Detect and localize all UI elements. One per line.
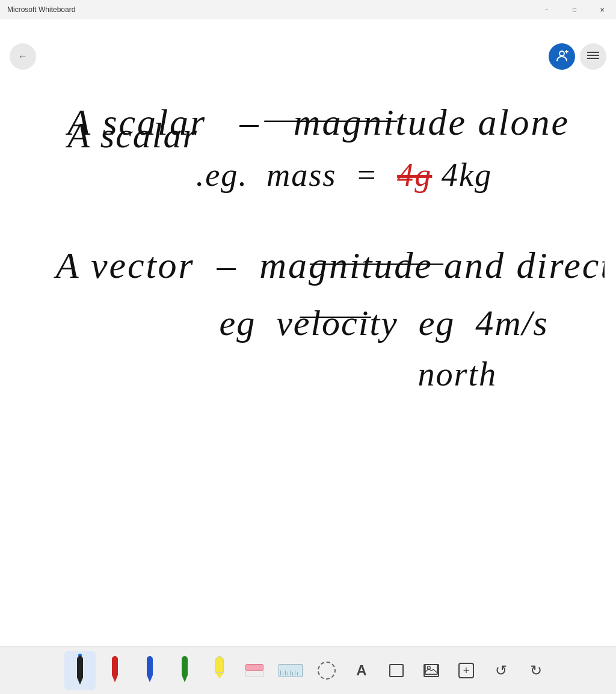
image-tool[interactable] — [416, 651, 447, 690]
text-tool[interactable]: A — [346, 651, 377, 690]
redo-tool[interactable]: ↻ — [520, 651, 552, 690]
titlebar: Microsoft Whiteboard − □ ✕ — [0, 0, 616, 19]
green-pen-tool[interactable] — [169, 651, 200, 690]
close-button[interactable]: ✕ — [588, 0, 616, 19]
undo-tool[interactable]: ↺ — [485, 651, 517, 690]
yellow-highlighter-icon — [215, 656, 224, 685]
toolbar-left: ← — [10, 43, 36, 70]
ruler-tool[interactable] — [274, 651, 307, 690]
user-button[interactable] — [549, 43, 575, 70]
top-toolbar: ← — [10, 43, 606, 70]
ruler-icon — [279, 664, 303, 677]
green-pen-icon — [182, 656, 188, 685]
lasso-tool[interactable] — [311, 651, 342, 690]
canvas-area[interactable]: ← — [0, 19, 616, 646]
yellow-highlighter-tool[interactable] — [204, 651, 235, 690]
bottom-toolbar: A + ↺ ↻ — [0, 646, 616, 694]
svg-rect-10 — [425, 664, 437, 674]
user-icon — [555, 49, 568, 64]
red-pen-tool[interactable] — [99, 651, 131, 690]
undo-icon: ↺ — [495, 662, 507, 679]
blue-pen-icon — [147, 656, 153, 685]
text-tool-icon: A — [356, 663, 366, 678]
menu-icon — [587, 51, 599, 62]
red-pen-icon — [112, 656, 118, 685]
add-tool[interactable]: + — [451, 651, 482, 690]
black-pen-icon — [77, 656, 83, 685]
image-icon — [424, 664, 439, 677]
selection-tool[interactable] — [381, 651, 412, 690]
blue-pen-tool[interactable] — [134, 651, 165, 690]
back-button[interactable]: ← — [10, 43, 36, 70]
lasso-icon — [318, 662, 336, 680]
selection-icon — [389, 664, 404, 677]
menu-button[interactable] — [580, 43, 606, 70]
whiteboard-content: A scalar A scalar – magnitude alone .eg.… — [0, 19, 616, 646]
black-pen-tool[interactable] — [64, 651, 96, 690]
toolbar-right — [549, 43, 606, 70]
add-icon: + — [458, 663, 474, 678]
eraser-icon — [245, 656, 263, 685]
eraser-tool[interactable] — [239, 651, 270, 690]
redo-icon: ↻ — [530, 662, 542, 679]
back-icon: ← — [18, 51, 28, 62]
svg-point-0 — [559, 51, 564, 56]
maximize-button[interactable]: □ — [561, 0, 588, 19]
minimize-button[interactable]: − — [533, 0, 561, 19]
window-controls: − □ ✕ — [533, 0, 616, 19]
app-title: Microsoft Whiteboard — [7, 5, 75, 14]
